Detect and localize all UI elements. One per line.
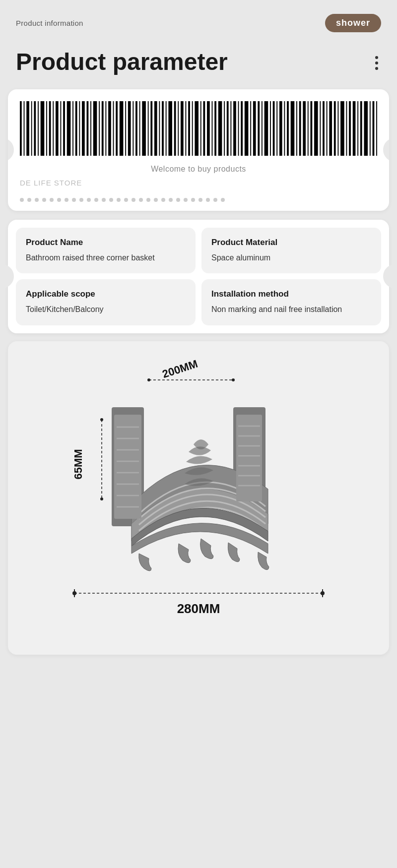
svg-rect-78 xyxy=(314,101,318,156)
svg-rect-86 xyxy=(346,101,347,156)
svg-rect-46 xyxy=(192,101,193,156)
info-grid: Product Name Bathroom raised three corne… xyxy=(16,228,381,325)
svg-rect-72 xyxy=(291,101,295,156)
svg-rect-40 xyxy=(168,101,172,156)
info-cell-product-name: Product Name Bathroom raised three corne… xyxy=(16,228,196,273)
svg-rect-88 xyxy=(353,101,356,156)
svg-rect-26 xyxy=(116,101,118,156)
svg-rect-43 xyxy=(181,101,184,156)
barcode-image xyxy=(20,101,377,156)
svg-rect-47 xyxy=(195,101,198,156)
svg-rect-90 xyxy=(360,101,362,156)
svg-rect-13 xyxy=(67,101,71,156)
svg-rect-29 xyxy=(128,101,131,156)
svg-rect-19 xyxy=(90,101,91,156)
svg-point-100 xyxy=(100,418,103,421)
svg-rect-57 xyxy=(233,101,236,156)
svg-text:280MM: 280MM xyxy=(177,601,220,616)
svg-rect-16 xyxy=(79,101,80,156)
svg-rect-35 xyxy=(150,101,152,156)
svg-rect-64 xyxy=(262,101,263,156)
product-name-label: Product Name xyxy=(26,238,186,248)
svg-rect-94 xyxy=(376,101,377,156)
svg-rect-20 xyxy=(93,101,97,156)
svg-rect-10 xyxy=(56,101,59,156)
svg-rect-48 xyxy=(200,101,201,156)
svg-rect-7 xyxy=(46,101,47,156)
svg-rect-0 xyxy=(20,101,22,156)
info-cell-installation-method: Installation method Non marking and nail… xyxy=(201,279,381,325)
info-section: Product Name Bathroom raised three corne… xyxy=(8,220,389,333)
svg-rect-37 xyxy=(159,101,160,156)
svg-rect-71 xyxy=(287,101,289,156)
svg-rect-22 xyxy=(102,101,104,156)
svg-rect-82 xyxy=(329,101,332,156)
svg-point-97 xyxy=(232,378,235,381)
more-options[interactable] xyxy=(375,49,381,70)
svg-rect-21 xyxy=(99,101,100,156)
svg-rect-9 xyxy=(53,101,54,156)
svg-rect-76 xyxy=(308,101,309,156)
svg-rect-62 xyxy=(253,101,256,156)
title-section: Product parameter xyxy=(0,40,397,80)
svg-rect-23 xyxy=(105,101,106,156)
svg-rect-34 xyxy=(148,101,149,156)
svg-rect-45 xyxy=(188,101,190,156)
applicable-scope-value: Toilet/Kitchen/Balcony xyxy=(26,304,186,315)
svg-rect-42 xyxy=(178,101,179,156)
info-cell-applicable-scope: Applicable scope Toilet/Kitchen/Balcony xyxy=(16,279,196,325)
svg-rect-53 xyxy=(218,101,222,156)
page-title: Product parameter xyxy=(16,49,228,75)
svg-rect-92 xyxy=(370,101,371,156)
svg-rect-36 xyxy=(154,101,157,156)
svg-rect-55 xyxy=(227,101,229,156)
svg-rect-30 xyxy=(132,101,133,156)
svg-rect-84 xyxy=(337,101,338,156)
svg-point-101 xyxy=(100,497,103,500)
svg-rect-3 xyxy=(31,101,32,156)
svg-rect-24 xyxy=(108,101,111,156)
applicable-scope-label: Applicable scope xyxy=(26,289,186,299)
svg-rect-39 xyxy=(166,101,167,156)
product-material-value: Space aluminum xyxy=(211,252,371,263)
dot-1 xyxy=(375,56,378,59)
svg-rect-14 xyxy=(72,101,73,156)
svg-rect-18 xyxy=(87,101,89,156)
svg-rect-4 xyxy=(34,101,36,156)
svg-rect-17 xyxy=(82,101,85,156)
svg-point-96 xyxy=(147,378,150,381)
svg-rect-87 xyxy=(349,101,351,156)
product-diagram-card: 200MM 65MM xyxy=(8,341,389,655)
svg-rect-93 xyxy=(373,101,375,156)
svg-rect-67 xyxy=(273,101,275,156)
svg-rect-41 xyxy=(174,101,176,156)
svg-rect-52 xyxy=(214,101,216,156)
barcode-wrapper xyxy=(8,89,389,158)
svg-rect-54 xyxy=(224,101,225,156)
header-title: Product information xyxy=(16,19,83,27)
product-material-label: Product Material xyxy=(211,238,371,248)
svg-rect-65 xyxy=(265,101,268,156)
dot-3 xyxy=(375,67,378,70)
svg-rect-73 xyxy=(296,101,297,156)
svg-rect-85 xyxy=(340,101,344,156)
decorative-dots xyxy=(8,193,389,211)
category-badge: shower xyxy=(325,14,381,32)
barcode-welcome-text: Welcome to buy products xyxy=(8,158,389,178)
svg-rect-60 xyxy=(245,101,249,156)
svg-rect-58 xyxy=(238,101,239,156)
svg-rect-31 xyxy=(135,101,137,156)
product-name-value: Bathroom raised three corner basket xyxy=(26,252,186,263)
svg-rect-80 xyxy=(323,101,325,156)
svg-rect-61 xyxy=(250,101,251,156)
svg-rect-77 xyxy=(310,101,312,156)
svg-rect-51 xyxy=(212,101,213,156)
svg-rect-38 xyxy=(162,101,164,156)
svg-rect-68 xyxy=(276,101,277,156)
svg-rect-5 xyxy=(38,101,39,156)
svg-rect-15 xyxy=(75,101,77,156)
svg-rect-81 xyxy=(327,101,328,156)
svg-rect-32 xyxy=(139,101,140,156)
product-diagram-svg: 200MM 65MM xyxy=(25,355,372,643)
svg-rect-6 xyxy=(41,101,45,156)
